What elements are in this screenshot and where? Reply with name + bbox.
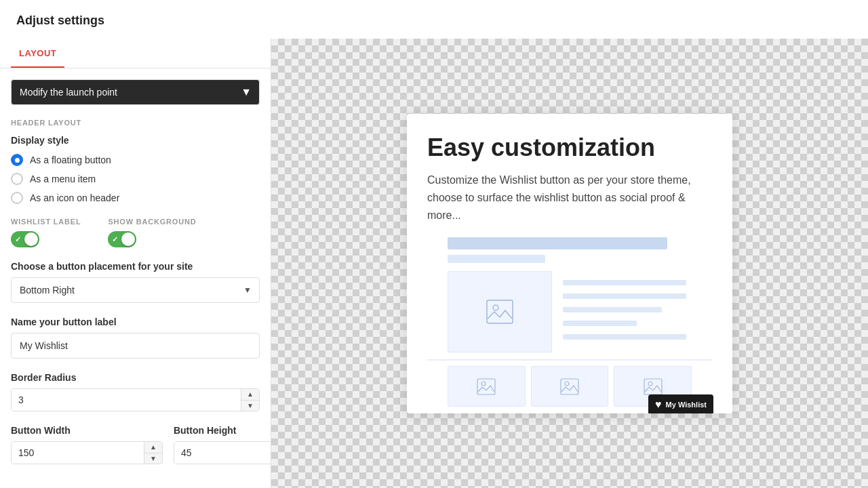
preview-card: Easy customization Customize the Wishlis… bbox=[407, 114, 732, 413]
tab-layout[interactable]: LAYOUT bbox=[11, 39, 64, 68]
wireframe-header-bar bbox=[448, 237, 667, 249]
preview-description: Customize the Wishlist button as per you… bbox=[427, 171, 712, 224]
toggles-row: WISHLIST LABEL ✓ SHOW BACKGROUND ✓ bbox=[11, 218, 260, 247]
wireframe-line-3 bbox=[563, 307, 662, 312]
wishlist-label-check-icon: ✓ bbox=[12, 235, 21, 244]
button-width-field: Button Width ▲ ▼ bbox=[11, 425, 163, 464]
svg-rect-2 bbox=[477, 379, 495, 394]
wishlist-label-toggle[interactable]: ✓ bbox=[11, 231, 81, 247]
wireframe-line-4 bbox=[563, 321, 637, 326]
svg-point-1 bbox=[493, 305, 498, 310]
display-style-radio-group: As a floating button As a menu item As a… bbox=[11, 154, 260, 204]
border-radius-input-wrapper: ▲ ▼ bbox=[11, 388, 260, 411]
wishlist-float-button: ♥ My Wishlist bbox=[648, 394, 713, 413]
wishlist-label-text: WISHLIST LABEL bbox=[11, 218, 81, 226]
header-layout-label: HEADER LAYOUT bbox=[11, 119, 260, 127]
wireframe-two-col bbox=[448, 271, 692, 352]
radio-floating-circle bbox=[11, 154, 23, 166]
launch-point-dropdown-wrapper: Modify the launch point ▼ bbox=[11, 79, 260, 105]
button-width-input-wrapper: ▲ ▼ bbox=[11, 441, 163, 464]
preview-headline: Easy customization bbox=[427, 134, 712, 161]
display-style-title: Display style bbox=[11, 135, 260, 146]
show-background-label-text: SHOW BACKGROUND bbox=[108, 218, 196, 226]
radio-floating[interactable]: As a floating button bbox=[11, 154, 260, 166]
radio-icon-header[interactable]: As an icon on header bbox=[11, 192, 260, 204]
border-radius-input[interactable] bbox=[12, 389, 241, 411]
placement-dropdown[interactable]: Bottom Right Bottom Left Top Right Top L… bbox=[11, 277, 260, 303]
bottom-grid-area: ♥ My Wishlist bbox=[427, 360, 712, 413]
radio-menu[interactable]: As a menu item bbox=[11, 173, 260, 185]
button-label-field-label: Name your button label bbox=[11, 317, 260, 327]
wishlist-float-label: My Wishlist bbox=[666, 401, 707, 409]
preview-panel: Easy customization Customize the Wishlis… bbox=[271, 39, 868, 488]
show-background-toggle[interactable]: ✓ bbox=[108, 231, 196, 247]
svg-point-7 bbox=[648, 382, 652, 386]
svg-rect-4 bbox=[561, 379, 578, 394]
launch-point-dropdown[interactable]: Modify the launch point bbox=[11, 79, 260, 105]
settings-panel: LAYOUT Modify the launch point ▼ HEADER … bbox=[0, 39, 271, 488]
button-width-label: Button Width bbox=[11, 425, 163, 436]
radio-floating-label: As a floating button bbox=[30, 155, 111, 165]
wishlist-label-thumb bbox=[24, 232, 38, 246]
show-background-track[interactable]: ✓ bbox=[108, 231, 136, 247]
size-fields-group: Button Width ▲ ▼ Button Height ▲ bbox=[11, 425, 260, 464]
button-label-input[interactable] bbox=[11, 333, 260, 359]
bottom-product-1 bbox=[448, 366, 526, 407]
border-radius-increment[interactable]: ▲ bbox=[241, 389, 259, 401]
border-radius-label: Border Radius bbox=[11, 372, 260, 383]
wireframe-product-image bbox=[448, 271, 552, 352]
page-title: Adjust settings bbox=[0, 0, 868, 39]
svg-point-5 bbox=[565, 382, 569, 386]
button-width-increment[interactable]: ▲ bbox=[144, 442, 162, 453]
wireframe-line-2 bbox=[563, 293, 686, 299]
button-height-field: Button Height ▲ ▼ bbox=[174, 425, 271, 464]
svg-point-3 bbox=[481, 382, 486, 386]
button-width-decrement[interactable]: ▼ bbox=[144, 453, 162, 464]
show-background-thumb bbox=[121, 232, 135, 246]
placement-dropdown-wrapper: Bottom Right Bottom Left Top Right Top L… bbox=[11, 277, 260, 303]
heart-icon: ♥ bbox=[655, 399, 662, 411]
placement-label: Choose a button placement for your site bbox=[11, 261, 260, 272]
wishlist-label-toggle-group: WISHLIST LABEL ✓ bbox=[11, 218, 81, 247]
svg-rect-6 bbox=[644, 379, 662, 394]
show-background-toggle-group: SHOW BACKGROUND ✓ bbox=[108, 218, 196, 247]
wireframe-subheader-bar bbox=[448, 255, 545, 263]
show-background-check-icon: ✓ bbox=[109, 235, 118, 244]
button-width-stepper: ▲ ▼ bbox=[144, 442, 162, 464]
radio-icon-header-circle bbox=[11, 192, 23, 204]
wireframe-line-5 bbox=[563, 334, 686, 340]
svg-rect-0 bbox=[487, 300, 513, 323]
tab-bar: LAYOUT bbox=[0, 39, 271, 68]
button-height-input[interactable] bbox=[174, 442, 271, 464]
border-radius-decrement[interactable]: ▼ bbox=[241, 401, 259, 411]
wireframe-area bbox=[427, 237, 712, 352]
wireframe-line-1 bbox=[563, 280, 686, 285]
radio-menu-label: As a menu item bbox=[30, 174, 96, 184]
radio-icon-header-label: As an icon on header bbox=[30, 192, 119, 203]
border-radius-stepper: ▲ ▼ bbox=[241, 389, 259, 411]
wishlist-label-track[interactable]: ✓ bbox=[11, 231, 39, 247]
wireframe-product-text bbox=[557, 271, 692, 352]
button-height-input-wrapper: ▲ ▼ bbox=[174, 441, 271, 464]
radio-menu-circle bbox=[11, 173, 23, 185]
button-height-label: Button Height bbox=[174, 425, 271, 436]
bottom-product-2 bbox=[531, 366, 609, 407]
button-width-input[interactable] bbox=[12, 442, 144, 464]
